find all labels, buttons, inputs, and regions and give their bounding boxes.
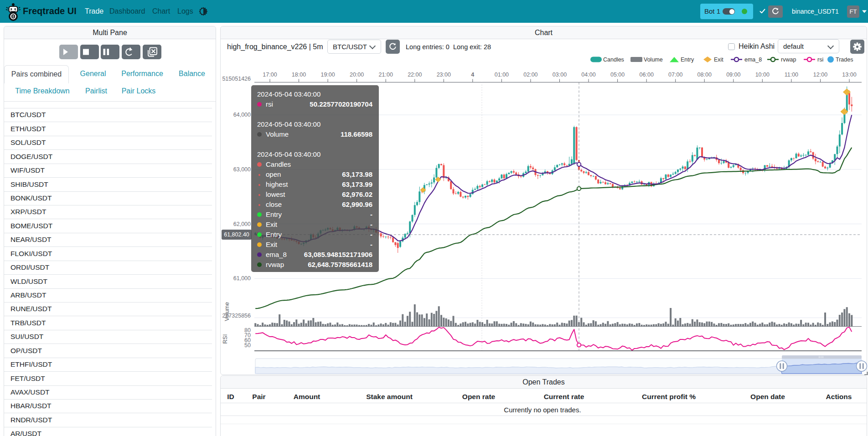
- svg-text:06:00: 06:00: [640, 72, 654, 78]
- svg-text:03:00: 03:00: [553, 72, 567, 78]
- svg-text:23:00: 23:00: [437, 72, 451, 78]
- svg-text:50: 50: [244, 342, 251, 349]
- svg-text:18:00: 18:00: [292, 72, 306, 78]
- svg-text:12:00: 12:00: [813, 72, 827, 78]
- svg-text:63,000: 63,000: [233, 166, 251, 173]
- svg-text:09:00: 09:00: [726, 72, 740, 78]
- svg-text:Volume: Volume: [224, 302, 230, 321]
- svg-text:4: 4: [471, 72, 474, 78]
- svg-text:515051426: 515051426: [222, 76, 251, 82]
- svg-text:13:00: 13:00: [842, 72, 856, 78]
- svg-text:17:00: 17:00: [263, 72, 277, 78]
- svg-text:19:00: 19:00: [320, 72, 335, 78]
- svg-text:04:00: 04:00: [581, 72, 595, 78]
- svg-text:61,000: 61,000: [233, 275, 251, 282]
- svg-text:62,000: 62,000: [233, 221, 251, 227]
- svg-text:10:00: 10:00: [755, 72, 770, 78]
- svg-text:01:00: 01:00: [495, 72, 509, 78]
- svg-text:RSI: RSI: [222, 334, 228, 344]
- svg-text:08:00: 08:00: [698, 72, 712, 78]
- svg-text:64,000: 64,000: [233, 112, 251, 118]
- svg-text:07:00: 07:00: [668, 72, 682, 78]
- svg-text:11:00: 11:00: [785, 72, 798, 78]
- svg-text:05:00: 05:00: [610, 72, 625, 78]
- svg-text:22:00: 22:00: [408, 72, 422, 78]
- svg-text:21:00: 21:00: [379, 72, 393, 78]
- svg-text:20:00: 20:00: [350, 72, 364, 78]
- svg-text:02:00: 02:00: [523, 72, 537, 78]
